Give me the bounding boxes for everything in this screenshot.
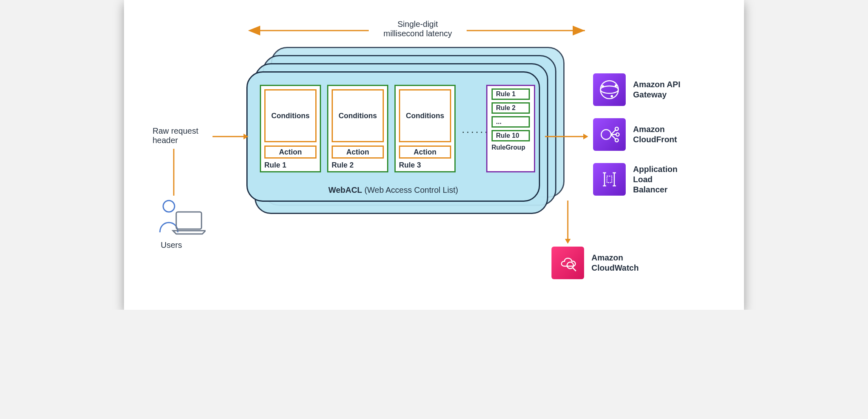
rule-1-action: Action xyxy=(264,146,317,159)
svg-line-22 xyxy=(573,268,576,271)
raw-request-label: Raw request header xyxy=(153,126,198,145)
rulegroup-item-2: Rule 2 xyxy=(492,102,530,114)
cloudwatch-icon xyxy=(551,247,584,279)
rule-1-label: Rule 1 xyxy=(264,161,286,170)
alb-label: Application Load Balancer xyxy=(633,164,678,195)
svg-point-18 xyxy=(616,133,619,136)
svg-line-16 xyxy=(611,135,616,139)
rule-3-conditions: Conditions xyxy=(399,89,451,142)
rule-1-conditions: Conditions xyxy=(264,89,317,142)
rulegroup-label: RuleGroup xyxy=(492,144,530,151)
users-icon xyxy=(153,195,206,240)
api-gateway-label: Amazon API Gateway xyxy=(633,79,680,100)
line-raw-to-users xyxy=(173,149,175,196)
svg-point-21 xyxy=(567,262,574,269)
svg-line-14 xyxy=(611,130,616,135)
rule-3-label: Rule 3 xyxy=(399,161,421,170)
svg-point-11 xyxy=(615,84,617,87)
arrow-webacl-to-cloudwatch xyxy=(562,200,574,245)
latency-label: Single-digit millisecond latency xyxy=(373,20,463,38)
rulegroup-box: Rule 1 Rule 2 ... Rule 10 RuleGroup xyxy=(486,85,535,172)
arrow-raw-to-webacl xyxy=(212,130,248,143)
svg-point-4 xyxy=(163,201,175,212)
svg-rect-20 xyxy=(607,176,612,183)
rulegroup-item-3: ... xyxy=(492,116,530,128)
service-cloudwatch: Amazon CloudWatch xyxy=(551,247,639,279)
webacl-card-front: Conditions Action Rule 1 Conditions Acti… xyxy=(246,71,540,202)
rulegroup-item-4: Rule 10 xyxy=(492,130,530,141)
service-alb: Application Load Balancer xyxy=(593,163,678,196)
svg-point-12 xyxy=(611,95,613,97)
svg-point-17 xyxy=(615,127,618,130)
service-cloudfront: Amazon CloudFront xyxy=(593,118,677,151)
service-api-gateway: Amazon API Gateway xyxy=(593,73,680,106)
svg-point-19 xyxy=(615,139,618,142)
webacl-title-bold: WebACL xyxy=(328,185,362,194)
users-label: Users xyxy=(161,240,182,250)
latency-line2: millisecond latency xyxy=(373,29,463,38)
api-gateway-icon xyxy=(593,73,626,106)
rule-3-box: Conditions Action Rule 3 xyxy=(394,85,456,172)
arrow-webacl-to-services xyxy=(544,130,589,143)
raw-line1: Raw request xyxy=(153,126,198,136)
diagram-canvas: Single-digit millisecond latency Conditi… xyxy=(124,0,744,310)
rulegroup-item-1: Rule 1 xyxy=(492,88,530,100)
latency-line1: Single-digit xyxy=(373,20,463,29)
alb-icon xyxy=(593,163,626,196)
rule-2-conditions: Conditions xyxy=(332,89,384,142)
svg-point-10 xyxy=(602,85,604,88)
rule-2-action: Action xyxy=(332,146,384,159)
webacl-title: WebACL (Web Access Control List) xyxy=(248,185,539,195)
webacl-title-rest: (Web Access Control List) xyxy=(362,185,458,194)
svg-point-13 xyxy=(601,130,611,139)
cloudfront-icon xyxy=(593,118,626,151)
ellipsis-dots: ······ xyxy=(462,126,489,138)
rule-2-label: Rule 2 xyxy=(332,161,354,170)
svg-rect-5 xyxy=(176,212,202,229)
rule-3-action: Action xyxy=(399,146,451,159)
rule-2-box: Conditions Action Rule 2 xyxy=(327,85,388,172)
rule-1-box: Conditions Action Rule 1 xyxy=(260,85,321,172)
cloudwatch-label: Amazon CloudWatch xyxy=(591,253,639,273)
cloudfront-label: Amazon CloudFront xyxy=(633,124,677,145)
svg-point-8 xyxy=(600,81,618,99)
raw-line2: header xyxy=(153,136,198,145)
